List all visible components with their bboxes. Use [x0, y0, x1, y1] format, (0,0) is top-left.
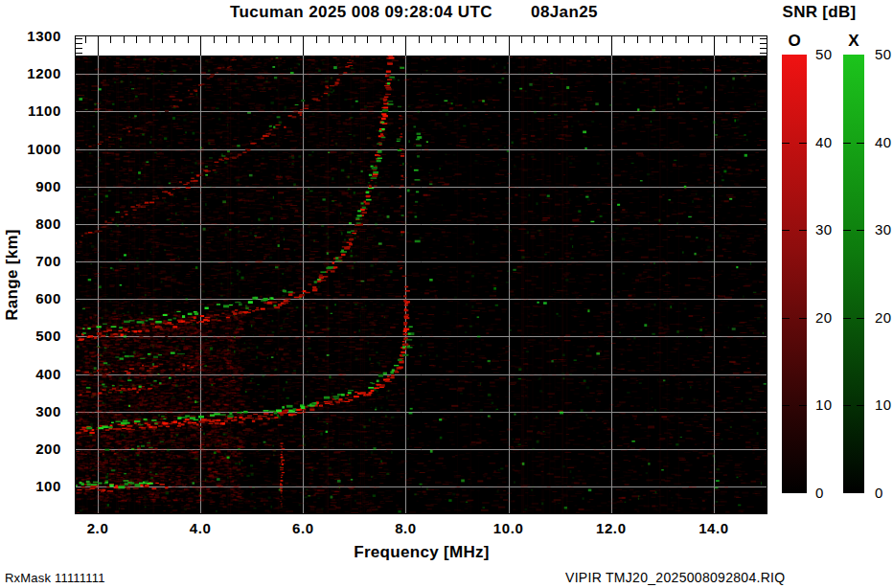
- colorbar-tick-dash: [843, 230, 851, 231]
- y-tick-label: 1200: [0, 65, 61, 81]
- date-label: 08Jan25: [531, 3, 598, 22]
- x-tick-label: 2.0: [67, 520, 128, 536]
- x-tick-label: 12.0: [581, 520, 642, 536]
- x-mode-label: X: [835, 32, 873, 51]
- y-tick-label: 1000: [0, 141, 61, 157]
- colorbar-tick-label: 40: [875, 134, 892, 150]
- colorbar-tick-dash: [843, 143, 851, 144]
- colorbar-tick-label: 10: [875, 396, 892, 413]
- ionogram-viewer: Tucuman 2025 008 09:28:04 UTC 08Jan25 Ra…: [0, 0, 893, 588]
- o-mode-label: O: [775, 32, 813, 51]
- colorbar-title: SNR [dB]: [783, 3, 857, 22]
- colorbar-tick-dash: [857, 318, 864, 319]
- colorbar-tick-dash: [782, 143, 790, 144]
- colorbar-tick-dash: [799, 143, 807, 144]
- colorbar-tick-label: 20: [815, 309, 833, 326]
- x-mode-colorbar: [843, 55, 864, 493]
- colorbar-tick-dash: [799, 230, 807, 231]
- x-tick-label: 10.0: [478, 520, 539, 536]
- page-title: Tucuman 2025 008 09:28:04 UTC: [230, 3, 492, 22]
- colorbar-tick-label: 50: [875, 46, 892, 62]
- x-tick-label: 14.0: [683, 520, 744, 536]
- rxmask-label: RxMask 11111111: [5, 571, 105, 585]
- y-tick-label: 100: [0, 478, 61, 494]
- colorbar-tick-label: 40: [815, 134, 833, 150]
- y-tick-label: 1300: [0, 28, 61, 44]
- y-tick-label: 200: [0, 441, 61, 457]
- x-tick-label: 8.0: [375, 520, 436, 536]
- colorbar-tick-dash: [799, 405, 807, 406]
- data-file-label: VIPIR TMJ20_2025008092804.RIQ: [565, 570, 785, 585]
- y-axis-title: Range [km]: [3, 229, 22, 321]
- colorbar-tick-label: 10: [815, 396, 833, 413]
- x-axis-title: Frequency [MHz]: [354, 543, 489, 562]
- y-tick-label: 900: [0, 178, 61, 194]
- colorbar-tick-label: 30: [815, 221, 833, 237]
- y-tick-label: 1100: [0, 102, 61, 119]
- colorbar-tick-label: 0: [815, 485, 824, 501]
- ionogram-plot: [75, 35, 767, 514]
- o-mode-colorbar: [782, 55, 807, 493]
- colorbar-tick-dash: [843, 318, 851, 319]
- colorbar-tick-dash: [857, 405, 864, 406]
- colorbar-tick-label: 20: [875, 309, 892, 326]
- y-tick-label: 700: [0, 253, 61, 269]
- y-tick-label: 600: [0, 290, 61, 306]
- colorbar-tick-dash: [857, 230, 864, 231]
- colorbar-tick-dash: [782, 405, 790, 406]
- colorbar-tick-label: 0: [875, 485, 883, 501]
- y-tick-label: 300: [0, 403, 61, 419]
- y-tick-label: 500: [0, 328, 61, 344]
- colorbar-tick-label: 50: [815, 46, 833, 62]
- colorbar-tick-dash: [782, 318, 790, 319]
- x-tick-label: 4.0: [170, 520, 231, 536]
- y-tick-label: 400: [0, 366, 61, 382]
- colorbar-tick-dash: [782, 230, 790, 231]
- colorbar-tick-label: 30: [875, 221, 892, 237]
- colorbar-tick-dash: [843, 405, 851, 406]
- colorbar-tick-dash: [857, 143, 864, 144]
- x-tick-label: 6.0: [272, 520, 333, 536]
- colorbar-tick-dash: [799, 318, 807, 319]
- y-tick-label: 800: [0, 215, 61, 232]
